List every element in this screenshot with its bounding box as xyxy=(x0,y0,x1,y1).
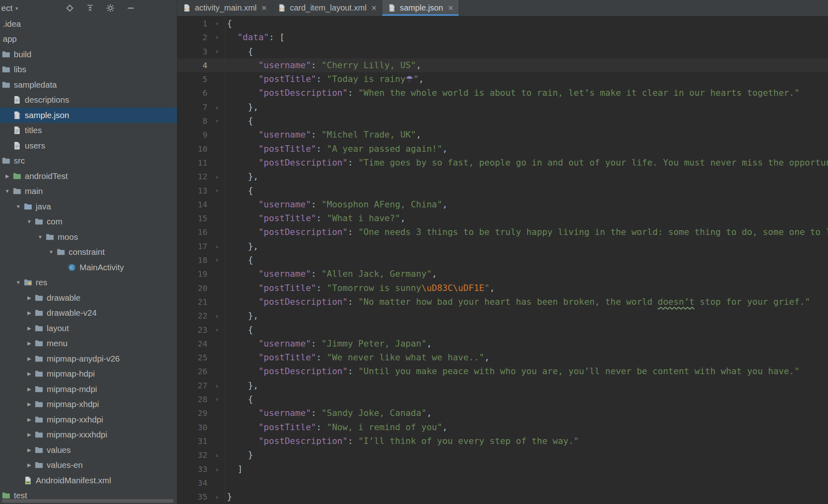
fold-start-icon[interactable]: ▿ xyxy=(209,30,225,44)
tree-item-descriptions[interactable]: descriptions xyxy=(0,93,177,108)
fold-end-icon[interactable]: ▵ xyxy=(209,379,225,392)
expand-arrow-right-icon[interactable]: ▶ xyxy=(24,310,34,316)
code-line-25[interactable]: 25 "postTitle": "We never like what we h… xyxy=(177,351,828,364)
fold-end-icon[interactable]: ▵ xyxy=(209,490,225,504)
code-line-22[interactable]: 22▵ }, xyxy=(177,309,828,323)
code-line-33[interactable]: 33▵ ] xyxy=(177,462,828,476)
tree-item-mipmap-xxhdpi[interactable]: ▶mipmap-xxhdpi xyxy=(0,412,177,427)
expand-arrow-right-icon[interactable]: ▶ xyxy=(24,386,34,392)
fold-end-icon[interactable]: ▵ xyxy=(209,239,225,253)
code-line-7[interactable]: 7▵ }, xyxy=(177,100,828,114)
fold-start-icon[interactable]: ▿ xyxy=(209,114,225,128)
expand-arrow-right-icon[interactable]: ▶ xyxy=(24,432,34,437)
code-line-19[interactable]: 19 "username": "Allen Jack, Germany", xyxy=(177,267,828,281)
expand-arrow-right-icon[interactable]: ▶ xyxy=(24,462,34,468)
fold-end-icon[interactable]: ▵ xyxy=(209,309,225,323)
fold-end-icon[interactable]: ▵ xyxy=(209,170,225,183)
expand-arrow-down-icon[interactable]: ▼ xyxy=(13,204,23,209)
code-line-6[interactable]: 6 "postDescription": "When the whole wor… xyxy=(177,86,828,100)
settings-icon[interactable] xyxy=(106,3,115,13)
code-line-28[interactable]: 28▿ { xyxy=(177,392,828,406)
fold-end-icon[interactable]: ▵ xyxy=(209,462,225,476)
tree-item-menu[interactable]: ▶menu xyxy=(0,336,177,351)
tree-item-mipmap-anydpi-v26[interactable]: ▶mipmap-anydpi-v26 xyxy=(0,351,177,366)
tab-sample-json[interactable]: { }sample.json× xyxy=(382,0,459,16)
code-line-16[interactable]: 16 "postDescription": "One needs 3 thing… xyxy=(177,225,828,239)
tree-item-main[interactable]: ▼main xyxy=(0,184,177,199)
tab-activity-main-xml[interactable]: activity_main.xml× xyxy=(177,0,272,16)
fold-end-icon[interactable]: ▵ xyxy=(209,100,225,114)
code-line-4[interactable]: 4 "username": "Cherry Lilly, US", xyxy=(177,58,828,72)
tree-item-constraint[interactable]: ▼constraint xyxy=(0,245,177,260)
expand-arrow-right-icon[interactable]: ▶ xyxy=(24,371,34,377)
code-line-23[interactable]: 23▿ { xyxy=(177,323,828,337)
code-line-35[interactable]: 35▵} xyxy=(177,490,828,504)
tab-card-item-layout-xml[interactable]: card_item_layout.xml× xyxy=(272,0,382,16)
code-line-9[interactable]: 9 "username": "Michel Trade, UK", xyxy=(177,128,828,142)
tree-item-mipmap-xhdpi[interactable]: ▶mipmap-xhdpi xyxy=(0,397,177,412)
tree-item-app[interactable]: ▼app xyxy=(0,32,177,47)
fold-start-icon[interactable]: ▿ xyxy=(209,17,225,30)
tree-item-values-en[interactable]: ▶values-en xyxy=(0,458,177,473)
hide-panel-icon[interactable] xyxy=(126,3,136,13)
code-line-15[interactable]: 15 "postTitle": "What i have?", xyxy=(177,211,828,225)
tree-item-src[interactable]: ▼src xyxy=(0,153,177,169)
tab-close-icon[interactable]: × xyxy=(448,4,453,13)
tree-item-build[interactable]: ▶build xyxy=(0,47,177,62)
tree-item-layout[interactable]: ▶layout xyxy=(0,321,177,336)
tree-item-java[interactable]: ▼java xyxy=(0,199,177,214)
tree-item-drawable-v24[interactable]: ▶drawable-v24 xyxy=(0,306,177,321)
fold-start-icon[interactable]: ▿ xyxy=(209,184,225,198)
tree-item-res[interactable]: ▼res xyxy=(0,275,177,291)
code-line-21[interactable]: 21 "postDescription": "No matter how bad… xyxy=(177,295,828,309)
code-line-34[interactable]: 34 xyxy=(177,476,828,490)
tab-close-icon[interactable]: × xyxy=(371,4,377,13)
expand-arrow-right-icon[interactable]: ▶ xyxy=(24,401,34,407)
tree-item-users[interactable]: users xyxy=(0,138,177,153)
fold-start-icon[interactable]: ▿ xyxy=(209,323,225,337)
code-line-5[interactable]: 5 "postTitle": "Today is rainy☂", xyxy=(177,72,828,86)
fold-start-icon[interactable]: ▿ xyxy=(209,392,225,406)
tree-item-com[interactable]: ▼com xyxy=(0,214,177,230)
fold-start-icon[interactable]: ▿ xyxy=(209,45,225,58)
tree-item-titles[interactable]: titles xyxy=(0,123,177,138)
tree-item-sample-json[interactable]: { }sample.json xyxy=(0,108,177,123)
code-line-26[interactable]: 26 "postDescription": "Until you make pe… xyxy=(177,364,828,378)
code-line-13[interactable]: 13▿ { xyxy=(177,184,828,198)
code-line-17[interactable]: 17▵ }, xyxy=(177,239,828,253)
locate-icon[interactable] xyxy=(65,3,75,13)
project-view-selector[interactable]: ect ▾ xyxy=(1,3,18,13)
code-line-1[interactable]: 1▿{ xyxy=(177,17,828,30)
expand-arrow-right-icon[interactable]: ▶ xyxy=(24,356,34,362)
code-line-20[interactable]: 20 "postTitle": "Tomorrow is sunny\uD83C… xyxy=(177,281,828,295)
code-line-12[interactable]: 12▵ }, xyxy=(177,170,828,183)
code-line-29[interactable]: 29 "username": "Sandy Joke, Canada", xyxy=(177,406,828,420)
tree-item-mipmap-hdpi[interactable]: ▶mipmap-hdpi xyxy=(0,366,177,382)
tree-item-mainactivity[interactable]: CMainActivity xyxy=(0,260,177,275)
tree-item-libs[interactable]: ▶libs xyxy=(0,62,177,78)
expand-arrow-down-icon[interactable]: ▼ xyxy=(35,234,45,240)
tree-item-moos[interactable]: ▼moos xyxy=(0,229,177,245)
code-line-3[interactable]: 3▿ { xyxy=(177,45,828,58)
tree-item-mipmap-xxxhdpi[interactable]: ▶mipmap-xxxhdpi xyxy=(0,427,177,443)
code-line-31[interactable]: 31 "postDescription": "I’ll think of you… xyxy=(177,434,828,448)
expand-arrow-right-icon[interactable]: ▶ xyxy=(24,325,34,331)
expand-arrow-down-icon[interactable]: ▼ xyxy=(2,188,12,194)
expand-arrow-down-icon[interactable]: ▼ xyxy=(24,219,34,224)
code-line-18[interactable]: 18▿ { xyxy=(177,253,828,267)
horizontal-scrollbar[interactable] xyxy=(2,499,174,503)
code-line-24[interactable]: 24 "username": "Jimmy Peter, Japan", xyxy=(177,337,828,351)
expand-arrow-right-icon[interactable]: ▶ xyxy=(24,340,34,346)
tree-item-idea[interactable]: ▶.idea xyxy=(0,16,177,32)
tree-item-androidmanifest-xml[interactable]: MFAndroidManifest.xml xyxy=(0,473,177,488)
code-line-32[interactable]: 32▵ } xyxy=(177,448,828,462)
editor[interactable]: 1▿{2▿ "data": [3▿ {4 "username": "Cherry… xyxy=(177,16,828,504)
code-line-27[interactable]: 27▵ }, xyxy=(177,379,828,392)
expand-arrow-right-icon[interactable]: ▶ xyxy=(24,295,34,301)
code-line-30[interactable]: 30 "postTitle": "Now, i remind of you", xyxy=(177,420,828,434)
fold-end-icon[interactable]: ▵ xyxy=(209,448,225,462)
tree-item-drawable[interactable]: ▶drawable xyxy=(0,290,177,306)
expand-arrow-right-icon[interactable]: ▶ xyxy=(24,417,34,422)
code-line-10[interactable]: 10 "postTitle": "A year passed again!", xyxy=(177,142,828,156)
code-line-14[interactable]: 14 "username": "Moosphon AFeng, China", xyxy=(177,198,828,211)
